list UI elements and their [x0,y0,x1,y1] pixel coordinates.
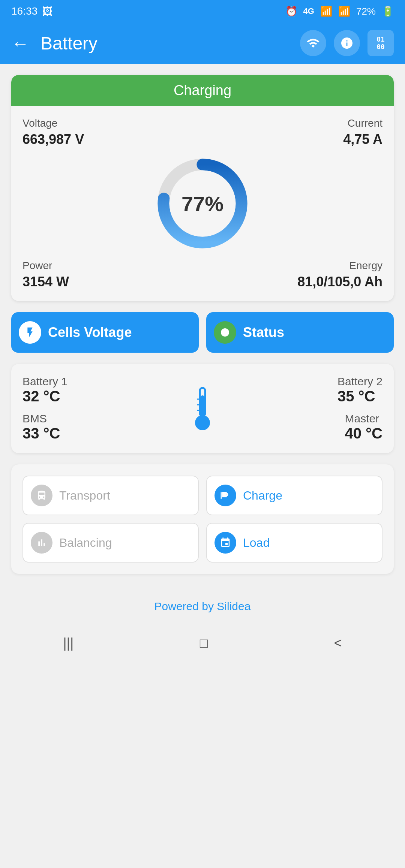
back-nav-button[interactable]: < [319,632,357,655]
transport-icon [31,485,52,506]
status-button[interactable]: Status [206,312,394,353]
master-value: 40 °C [345,425,383,442]
mode-card: Transport Charge Balancing [11,464,394,574]
status-bar-left: 16:33 🖼 [11,5,52,18]
balancing-label: Balancing [59,536,112,550]
master-label: Master [345,412,383,425]
cells-voltage-button[interactable]: Cells Voltage [11,312,199,353]
power-block: Power 3154 W [22,260,69,290]
alarm-icon: ⏰ [285,6,297,17]
status-bar: 16:33 🖼 ⏰ 4G 📶 📶 72% 🔋 [0,0,405,22]
right-temp-col: Battery 2 35 °C Master 40 °C [223,375,382,442]
status-indicator [214,321,236,344]
battery1-value: 32 °C [22,388,182,405]
bms-value: 33 °C [22,425,182,442]
recent-apps-button[interactable]: ||| [48,632,88,655]
bms-label: BMS [22,412,182,425]
current-label: Current [348,117,382,129]
cells-voltage-label: Cells Voltage [48,325,132,340]
charge-icon [214,485,236,506]
voltage-block: Voltage 663,987 V [22,117,84,147]
recent-icon: ||| [63,635,74,651]
battery1-temp: Battery 1 32 °C [22,375,182,405]
current-block: Current 4,75 A [343,117,382,147]
header-icons: 0100 [300,30,394,56]
bms-temp: BMS 33 °C [22,412,182,442]
svg-point-4 [195,415,210,430]
battery2-temp: Battery 2 35 °C [338,375,382,405]
status-bar-right: ⏰ 4G 📶 📶 72% 🔋 [285,6,394,17]
svg-rect-5 [201,395,204,416]
navigation-bar: ||| □ < [0,624,405,666]
load-button[interactable]: Load [206,523,382,563]
app-header: ← Battery 0100 [0,22,405,64]
wifi-icon-button[interactable] [300,30,326,56]
lightning-icon [19,321,41,344]
battery1-label: Battery 1 [22,375,182,388]
charge-button[interactable]: Charge [206,476,382,515]
energy-label: Energy [349,260,382,272]
charge-label: Charge [243,489,282,503]
battery-icon: 🔋 [382,6,394,17]
time: 16:33 [11,5,38,17]
power-label: Power [22,260,69,272]
battery2-label: Battery 2 [338,375,382,388]
top-stats: Voltage 663,987 V Current 4,75 A [22,117,382,147]
left-temp-col: Battery 1 32 °C BMS 33 °C [22,375,182,442]
signal-icon: 📶 [320,6,332,17]
powered-by-text: Powered by Silidea [154,600,251,612]
temperature-grid: Battery 1 32 °C BMS 33 °C [22,375,382,442]
back-nav-icon: < [334,635,342,651]
energy-value: 81,0/105,0 Ah [297,274,382,290]
thermometer-icon [189,384,216,433]
battery-percent: 72% [356,6,376,17]
balancing-button[interactable]: Balancing [22,523,199,563]
status-dot-inner [221,328,229,337]
page-title: Battery [40,33,289,54]
voltage-label: Voltage [22,117,84,129]
mode-grid: Transport Charge Balancing [22,476,382,563]
signal-icon2: 📶 [338,6,350,17]
percent-value: 77% [182,192,224,216]
charging-card: Charging Voltage 663,987 V Current 4,75 … [11,75,394,301]
status-label: Status [243,325,284,340]
main-content: Charging Voltage 663,987 V Current 4,75 … [0,64,405,620]
charging-body: Voltage 663,987 V Current 4,75 A [11,106,394,301]
voltage-value: 663,987 V [22,132,84,147]
info-icon-button[interactable] [334,30,360,56]
battery2-value: 35 °C [338,388,382,405]
back-button[interactable]: ← [11,33,29,54]
transport-label: Transport [59,489,110,503]
photo-icon: 🖼 [42,5,52,18]
charging-status-header: Charging [11,75,394,106]
home-icon: □ [200,635,208,651]
footer: Powered by Silidea [11,585,394,620]
load-icon [214,532,236,554]
data-icon-button[interactable]: 0100 [368,30,394,56]
temperature-card: Battery 1 32 °C BMS 33 °C [11,364,394,453]
battery-donut-chart: 77% [22,155,382,252]
current-value: 4,75 A [343,132,382,147]
action-buttons-row: Cells Voltage Status [11,312,394,353]
energy-block: Energy 81,0/105,0 Ah [297,260,382,290]
master-temp: Master 40 °C [345,412,383,442]
network-4g: 4G [303,6,314,16]
battery-percent-display: 77% [182,192,224,216]
load-label: Load [243,536,270,550]
transport-button[interactable]: Transport [22,476,199,515]
bottom-stats: Power 3154 W Energy 81,0/105,0 Ah [22,260,382,290]
charging-status-text: Charging [174,82,231,98]
power-value: 3154 W [22,274,69,290]
balancing-icon [31,532,52,554]
home-button[interactable]: □ [185,632,223,655]
